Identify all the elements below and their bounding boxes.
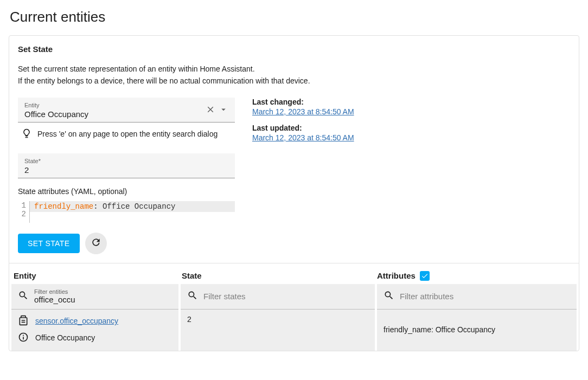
clear-icon[interactable] [206,105,215,116]
set-state-desc-1: Set the current state representation of … [18,63,570,74]
yaml-editor[interactable]: 1 2 friendly_name: Office Occupancy [18,201,235,223]
refresh-icon [91,237,101,249]
filter-entity[interactable]: Filter entities office_occu [11,284,178,309]
gutter-line-2: 2 [21,210,26,218]
last-updated-label: Last updated: [252,124,570,132]
entity-hint-text: Press 'e' on any page to open the entity… [37,130,218,138]
entity-field[interactable]: Entity Office Occupancy [18,98,235,123]
entity-field-label: Entity [24,102,206,108]
cell-attributes: friendly_name: Office Occupancy [377,309,577,351]
page-title: Current entities [10,9,579,25]
filter-attributes-placeholder: Filter attributes [400,292,453,301]
refresh-button[interactable] [85,233,107,254]
filter-entity-label: Filter entities [34,288,75,295]
info-icon[interactable] [18,332,29,344]
filter-row: Filter entities office_occu Filter state… [9,283,579,309]
check-icon [421,272,429,280]
last-changed-label: Last changed: [252,98,570,106]
entities-card: Set State Set the current state represen… [9,35,579,351]
header-attributes-text: Attributes [377,271,416,280]
last-updated-link[interactable]: March 12, 2023 at 8:54:50 AM [252,133,354,142]
cell-state: 2 [181,309,375,351]
filter-entity-value: office_occu [34,295,75,304]
dropdown-icon[interactable] [219,105,228,116]
lightbulb-icon [21,128,32,140]
attributes-checkbox[interactable] [420,271,430,281]
state-field-label: State* [24,158,228,164]
search-icon [187,290,198,302]
filter-state-placeholder: Filter states [203,292,246,301]
header-entity: Entity [14,271,182,280]
yaml-line-1: friendly_name: Office Occupancy [30,201,235,212]
set-state-section: Set State Set the current state represen… [9,36,579,263]
entity-friendly-name: Office Occupancy [35,333,95,342]
yaml-line-2 [30,212,235,223]
set-state-desc-2: If the entity belongs to a device, there… [18,75,570,86]
entity-id-link[interactable]: sensor.office_occupancy [35,317,118,325]
header-attributes: Attributes [377,271,574,281]
filter-state[interactable]: Filter states [181,284,375,309]
entity-field-value: Office Occupancy [24,110,88,119]
set-state-heading: Set State [18,44,570,54]
last-changed-link[interactable]: March 12, 2023 at 8:54:50 AM [252,107,354,116]
state-field[interactable]: State* 2 [18,153,235,178]
filter-attributes[interactable]: Filter attributes [377,284,577,309]
table-header-row: Entity State Attributes [9,263,579,283]
attributes-label: State attributes (YAML, optional) [18,187,235,196]
set-state-button[interactable]: SET STATE [18,234,80,253]
search-icon [384,290,394,302]
table-row: sensor.office_occupancy Office Occupancy… [9,309,579,351]
clipboard-icon[interactable] [18,315,29,327]
search-icon [18,290,29,302]
header-state: State [182,271,377,280]
state-field-value: 2 [24,165,29,175]
gutter-line-1: 1 [21,201,26,210]
entity-hint: Press 'e' on any page to open the entity… [18,123,235,146]
